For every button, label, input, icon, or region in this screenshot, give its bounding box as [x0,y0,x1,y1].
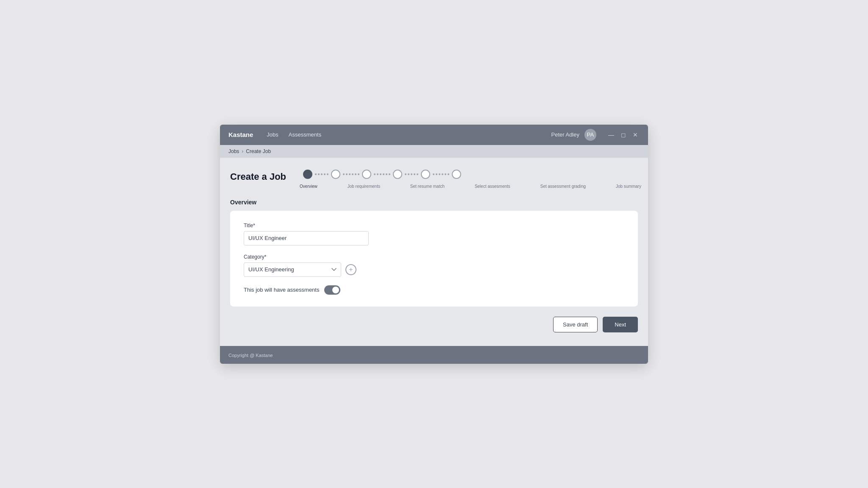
stepper-labels: Overview Job requirements Set resume mat… [303,181,638,189]
assessments-label: This job will have assessments [244,287,319,293]
breadcrumb-jobs[interactable]: Jobs [228,148,239,154]
step-label-select-assessments: Select assesments [475,184,510,189]
assessments-toggle[interactable] [324,285,340,295]
step-dots-4 [402,173,421,175]
step-resume-match [362,170,371,179]
breadcrumb-current: Create Job [246,148,271,154]
step-job-requirements [331,170,340,179]
footer-copyright: Copyright @ Kastane [228,353,273,358]
title-group: Title* [244,223,624,245]
save-draft-button[interactable]: Save draft [553,317,598,332]
step-assessment-grading [421,170,430,179]
step-dots-2 [340,173,362,175]
topbar-right: Peter Adley PA — ◻ ✕ [551,129,640,141]
topbar-nav: Jobs Assessments [267,130,551,139]
brand-logo: Kastane [228,131,253,138]
app-window: Kastane Jobs Assessments Peter Adley PA … [220,125,648,364]
step-dots-5 [430,173,452,175]
step-overview [303,170,312,179]
stepper: Overview Job requirements Set resume mat… [303,170,638,189]
step-circle-job-requirements [331,170,340,179]
footer: Copyright @ Kastane [220,346,648,364]
step-circle-resume-match [362,170,371,179]
step-label-assessment-grading: Set assessment grading [540,184,586,189]
avatar: PA [584,129,596,141]
step-label-resume-match: Set resume match [410,184,445,189]
step-select-assessments [393,170,402,179]
step-circle-assessment-grading [421,170,430,179]
nav-jobs[interactable]: Jobs [267,130,278,139]
step-circle-overview [303,170,312,179]
category-group: Category* UI/UX Engineering Engineering … [244,254,624,277]
step-dots-1 [312,173,331,175]
window-controls: — ◻ ✕ [606,131,640,139]
step-dots-3 [371,173,393,175]
page-header: Create a Job [230,170,638,189]
title-label: Title* [244,223,624,229]
add-category-button[interactable]: + [345,264,356,275]
step-label-overview: Overview [300,184,317,189]
next-button[interactable]: Next [603,317,638,332]
breadcrumb: Jobs › Create Job [220,145,648,158]
category-select[interactable]: UI/UX Engineering Engineering Design Pro… [244,262,341,277]
minimize-button[interactable]: — [606,131,616,139]
category-select-wrapper: UI/UX Engineering Engineering Design Pro… [244,262,624,277]
nav-assessments[interactable]: Assessments [289,130,321,139]
title-input[interactable] [244,231,369,245]
topbar: Kastane Jobs Assessments Peter Adley PA … [220,125,648,145]
step-label-job-summary: Job summary [616,184,641,189]
step-label-job-requirements: Job requirements [348,184,380,189]
section-label: Overview [230,199,638,206]
action-row: Save draft Next [230,317,638,336]
restore-button[interactable]: ◻ [619,131,628,139]
close-button[interactable]: ✕ [631,131,640,139]
step-circle-select-assessments [393,170,402,179]
category-label: Category* [244,254,624,260]
page-title: Create a Job [230,171,286,182]
main-content: Create a Job [220,158,648,346]
user-name: Peter Adley [551,131,580,138]
step-job-summary [452,170,461,179]
form-card: Title* Category* UI/UX Engineering Engin… [230,211,638,307]
breadcrumb-separator: › [242,148,243,154]
step-circle-job-summary [452,170,461,179]
assessments-toggle-row: This job will have assessments [244,285,624,295]
